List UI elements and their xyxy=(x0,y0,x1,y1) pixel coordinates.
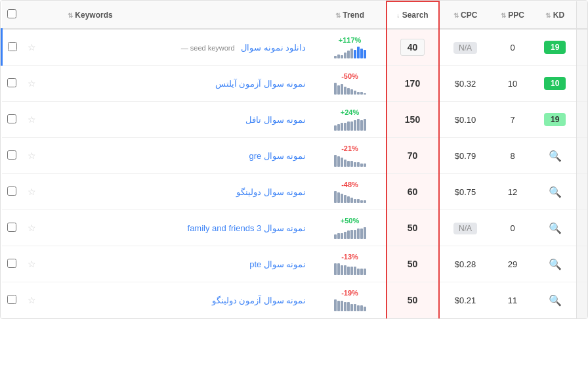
kd-search-icon[interactable]: 🔍 xyxy=(549,295,562,306)
table-row: ☆ نمونه سوال family and friends 3 +50% 5… xyxy=(2,210,588,246)
table-row: ☆ نمونه سوال pte -13% 50 $0.28 29 🔍 xyxy=(2,246,588,282)
table-row: ☆ نمونه سوال تافل +24% 150 $0.10 7 19 xyxy=(2,102,588,138)
kd-label: KD xyxy=(553,11,564,20)
cpc-value: $0.21 xyxy=(455,295,476,305)
trend-pct: +24% xyxy=(341,108,359,116)
kd-cell: 🔍 xyxy=(534,174,577,210)
search-cell: 70 xyxy=(387,138,439,174)
keyword-text: نمونه سوال تافل xyxy=(245,115,306,125)
cpc-value: $0.32 xyxy=(455,79,476,89)
row-checkbox[interactable] xyxy=(7,223,16,232)
cpc-cell: N/A xyxy=(439,210,492,246)
ppc-cell: 11 xyxy=(492,282,534,318)
select-all-checkbox[interactable] xyxy=(7,9,16,18)
search-value: 50 xyxy=(408,259,418,269)
kd-cell: 19 xyxy=(534,102,577,138)
scrollbar-row xyxy=(577,174,588,210)
scrollbar-row xyxy=(577,210,588,246)
star-icon[interactable]: ☆ xyxy=(28,259,36,269)
kd-search-icon[interactable]: 🔍 xyxy=(549,150,562,162)
row-checkbox[interactable] xyxy=(7,186,16,196)
cpc-na: N/A xyxy=(453,42,477,54)
kd-search-icon[interactable]: 🔍 xyxy=(549,186,562,198)
search-cell: 50 xyxy=(387,246,439,282)
header-kd: ⇅ KD xyxy=(534,1,577,29)
trend-pct: -48% xyxy=(341,181,358,188)
scrollbar-row xyxy=(577,66,588,102)
ppc-value: 12 xyxy=(508,187,517,197)
keyword-cell: نمونه سوال آزمون دولینگو xyxy=(41,282,314,318)
kd-badge: 19 xyxy=(544,113,566,126)
cpc-cell: $0.79 xyxy=(439,138,492,174)
ppc-cell: 29 xyxy=(492,246,534,282)
header-ppc: ⇅ PPC xyxy=(492,1,534,29)
search-cell: 60 xyxy=(387,174,439,210)
cpc-value: $0.10 xyxy=(455,115,476,125)
seed-tag: — seed keyword xyxy=(181,44,235,52)
header-keywords: ⇅ Keywords xyxy=(41,1,314,29)
star-cell: ☆ xyxy=(22,174,41,210)
trend-cell: -13% xyxy=(314,246,387,282)
kd-cell: 🔍 xyxy=(534,282,577,318)
row-checkbox-cell xyxy=(2,29,23,66)
header-search: ↓ Search xyxy=(387,1,439,29)
scrollbar-row xyxy=(577,282,588,318)
keyword-text: نمونه سوال دولینگو xyxy=(236,187,306,197)
trend-cell: -19% xyxy=(314,282,387,318)
star-icon[interactable]: ☆ xyxy=(28,223,36,233)
star-icon[interactable]: ☆ xyxy=(28,114,36,125)
row-checkbox[interactable] xyxy=(7,150,16,160)
scrollbar-row xyxy=(577,138,588,174)
search-cell: 50 xyxy=(387,210,439,246)
search-value: 40 xyxy=(400,39,425,56)
search-value: 70 xyxy=(408,150,418,161)
kd-search-icon[interactable]: 🔍 xyxy=(549,223,562,234)
ppc-sort-icon: ⇅ xyxy=(501,12,506,19)
search-cell: 50 xyxy=(387,282,439,318)
keyword-cell: نمونه سوال gre xyxy=(41,138,314,174)
keyword-cell: نمونه سوال تافل xyxy=(41,102,314,138)
keyword-cell: دانلود نمونه سوال — seed keyword xyxy=(41,29,314,66)
trend-cell: +50% xyxy=(314,210,387,246)
ppc-cell: 7 xyxy=(492,102,534,138)
row-checkbox-cell xyxy=(2,246,23,282)
star-icon[interactable]: ☆ xyxy=(28,42,36,53)
star-cell: ☆ xyxy=(22,246,41,282)
header-checkbox-col xyxy=(2,1,23,29)
star-cell: ☆ xyxy=(22,66,41,102)
search-value: 50 xyxy=(408,223,418,233)
ppc-value: 0 xyxy=(510,223,514,233)
ppc-value: 8 xyxy=(510,151,514,161)
keywords-label: Keywords xyxy=(75,11,112,20)
trend-label: Trend xyxy=(343,11,364,20)
trend-cell: -48% xyxy=(314,174,387,210)
row-checkbox[interactable] xyxy=(7,259,16,268)
trend-pct: +50% xyxy=(341,217,359,225)
row-checkbox-cell xyxy=(2,102,23,138)
row-checkbox-cell xyxy=(2,174,23,210)
scrollbar-seed xyxy=(577,29,588,66)
row-checkbox[interactable] xyxy=(8,42,17,51)
scrollbar-col xyxy=(577,1,588,29)
trend-cell: -21% xyxy=(314,138,387,174)
ppc-cell: 0 xyxy=(492,29,534,66)
star-icon[interactable]: ☆ xyxy=(28,186,36,197)
kd-search-icon[interactable]: 🔍 xyxy=(549,259,562,270)
search-label: Search xyxy=(402,11,429,20)
cpc-cell: $0.21 xyxy=(439,282,492,318)
row-checkbox[interactable] xyxy=(7,114,16,123)
kd-cell: 19 xyxy=(534,29,577,66)
cpc-label: CPC xyxy=(461,11,477,20)
search-cell: 170 xyxy=(387,66,439,102)
kd-badge: 10 xyxy=(544,77,566,90)
star-cell: ☆ xyxy=(22,282,41,318)
star-icon[interactable]: ☆ xyxy=(28,295,36,305)
star-icon[interactable]: ☆ xyxy=(28,78,36,89)
kd-cell: 🔍 xyxy=(534,210,577,246)
row-checkbox[interactable] xyxy=(7,295,16,304)
search-value: 150 xyxy=(405,114,420,125)
row-checkbox[interactable] xyxy=(7,78,16,87)
star-icon[interactable]: ☆ xyxy=(28,150,36,161)
search-cell: 150 xyxy=(387,102,439,138)
ppc-value: 10 xyxy=(508,79,517,89)
